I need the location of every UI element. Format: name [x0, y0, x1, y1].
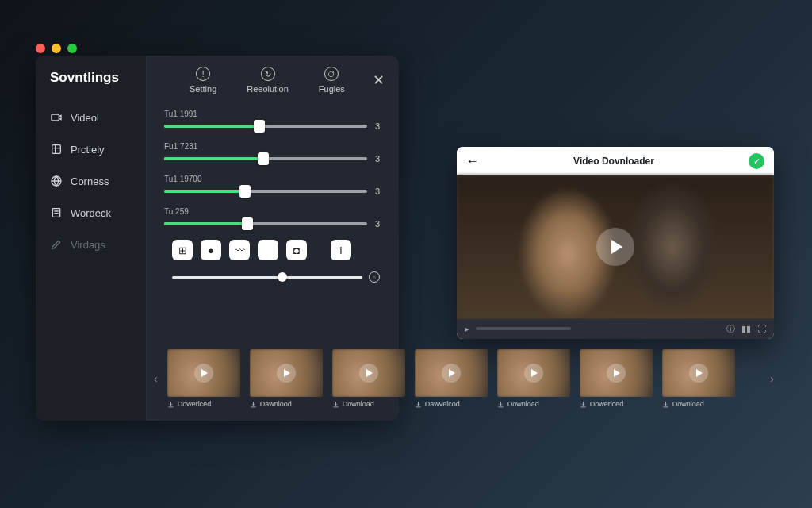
thumbnail-strip: ‹ DowerlcedDawnloodDownloadDawvelcodDown… — [151, 349, 777, 408]
slider-value: 3 — [375, 219, 385, 229]
page-icon — [50, 206, 63, 219]
slider-thumb[interactable] — [242, 217, 253, 230]
apple-button[interactable] — [258, 240, 278, 260]
layers-icon — [50, 143, 63, 156]
columns-icon[interactable]: ▮▮ — [741, 324, 751, 334]
icon-row: ⊞●〰◘i — [161, 240, 385, 260]
download-button[interactable]: Download — [662, 400, 735, 408]
thumbnail-image[interactable] — [167, 349, 240, 397]
sidebar-item-corness[interactable]: Corness — [36, 165, 146, 197]
video-preview-popup: ← Video Dovnloader ✓ ▸ ⓘ ▮▮ ⛶ — [457, 147, 774, 339]
thumbnail-image[interactable] — [497, 349, 570, 397]
timeline-slider[interactable]: ○ — [161, 271, 385, 283]
tab-bar: !Setting↻Reeolution⏱Fugles — [161, 67, 385, 94]
download-button[interactable]: Dowerlced — [580, 400, 653, 408]
stop-button[interactable]: ● — [201, 240, 221, 260]
slider-label: Tu1 19700 — [164, 175, 385, 183]
slider-thumb[interactable] — [239, 185, 251, 198]
download-icon — [580, 401, 587, 408]
back-arrow-icon[interactable]: ← — [466, 154, 479, 168]
sidebar-item-prctiely[interactable]: Prctiely — [36, 133, 146, 165]
close-window-icon[interactable] — [36, 44, 45, 53]
play-icon — [359, 364, 378, 383]
info-button[interactable]: i — [331, 240, 351, 260]
sidebar: Sovntlings VideolPrctielyCornessWordeckV… — [36, 56, 147, 421]
video-player[interactable] — [457, 175, 774, 318]
sidebar-item-label: Videol — [71, 112, 99, 124]
slider-row: Tu1 19913 — [164, 110, 385, 131]
preview-title: Video Dovnloader — [573, 156, 654, 167]
slider-thumb[interactable] — [258, 152, 269, 165]
download-button[interactable]: Dowerlced — [167, 400, 240, 408]
download-button[interactable]: Dawnlood — [250, 400, 323, 408]
thumbnail-item[interactable]: Dowerlced — [167, 349, 240, 408]
download-icon — [415, 401, 422, 408]
thumbnail-item[interactable]: Dawvelcod — [415, 349, 488, 408]
slider-value: 3 — [375, 187, 385, 196]
thumbnail-item[interactable]: Download — [332, 349, 405, 408]
play-icon — [607, 364, 626, 383]
video-icon — [50, 111, 63, 124]
close-icon[interactable]: ✕ — [373, 73, 385, 87]
play-icon[interactable] — [596, 228, 634, 266]
thumbnail-item[interactable]: Dawnlood — [250, 349, 323, 408]
slider-value: 3 — [375, 121, 385, 131]
thumbnail-image[interactable] — [580, 349, 653, 397]
slider-value: 3 — [375, 154, 385, 164]
volume-icon[interactable]: ▸ — [465, 324, 469, 334]
download-icon — [250, 401, 257, 408]
thumbnail-image[interactable] — [415, 349, 488, 397]
chart-button[interactable]: 〰 — [229, 240, 250, 260]
tab-reeolution[interactable]: ↻Reeolution — [247, 67, 289, 94]
tab-setting[interactable]: !Setting — [190, 67, 216, 94]
slider-track[interactable] — [164, 125, 367, 128]
play-icon — [442, 364, 461, 383]
play-control-icon[interactable]: ○ — [369, 271, 380, 283]
slider-track[interactable] — [164, 222, 367, 225]
window-traffic-lights[interactable] — [36, 44, 77, 53]
sidebar-item-videol[interactable]: Videol — [36, 102, 146, 133]
download-button[interactable]: Dawvelcod — [415, 400, 488, 408]
sidebar-item-label: Corness — [71, 175, 109, 187]
slider-label: Fu1 7231 — [164, 142, 385, 151]
grid-button[interactable]: ⊞ — [172, 240, 193, 260]
download-icon — [662, 401, 669, 408]
sidebar-item-label: Prctiely — [71, 144, 105, 156]
tab-label: Setting — [190, 84, 216, 94]
sidebar-item-virdags[interactable]: Virdags — [36, 229, 146, 260]
maximize-window-icon[interactable] — [67, 44, 77, 53]
slider-track[interactable] — [164, 190, 367, 193]
thumbnail-item[interactable]: Download — [662, 349, 735, 408]
sidebar-item-wordeck[interactable]: Wordeck — [36, 197, 146, 229]
expand-icon[interactable]: ⛶ — [757, 324, 766, 333]
tab-fugles[interactable]: ⏱Fugles — [319, 67, 345, 94]
minimize-window-icon[interactable] — [52, 44, 61, 53]
tab-icon: ! — [196, 67, 210, 81]
thumbnail-image[interactable] — [250, 349, 323, 397]
slider-track[interactable] — [164, 157, 367, 160]
svg-rect-0 — [52, 114, 59, 121]
svg-rect-1 — [52, 145, 61, 154]
box-button[interactable]: ◘ — [286, 240, 307, 260]
thumbnail-image[interactable] — [332, 349, 405, 397]
chevron-right-icon[interactable]: › — [767, 372, 777, 385]
slider-row: Tu 2593 — [164, 207, 385, 229]
download-button[interactable]: Download — [497, 400, 570, 408]
preview-header: ← Video Dovnloader ✓ — [457, 147, 774, 175]
check-icon[interactable]: ✓ — [749, 153, 764, 169]
thumbnail-item[interactable]: Download — [497, 349, 570, 408]
download-icon — [497, 401, 504, 408]
player-controls: ▸ ⓘ ▮▮ ⛶ — [457, 318, 774, 339]
progress-bar[interactable] — [476, 327, 571, 330]
play-icon — [194, 364, 213, 383]
thumbnail-item[interactable]: Dowerlced — [580, 349, 653, 408]
chevron-left-icon[interactable]: ‹ — [151, 372, 161, 385]
slider-thumb[interactable] — [254, 120, 265, 133]
globe-icon — [50, 175, 63, 187]
slider-label: Tu 259 — [164, 207, 385, 216]
thumbnail-image[interactable] — [662, 349, 735, 397]
download-button[interactable]: Download — [332, 400, 405, 408]
info-icon[interactable]: ⓘ — [726, 323, 735, 335]
sidebar-item-label: Wordeck — [71, 207, 111, 219]
sidebar-item-label: Virdags — [71, 239, 105, 251]
